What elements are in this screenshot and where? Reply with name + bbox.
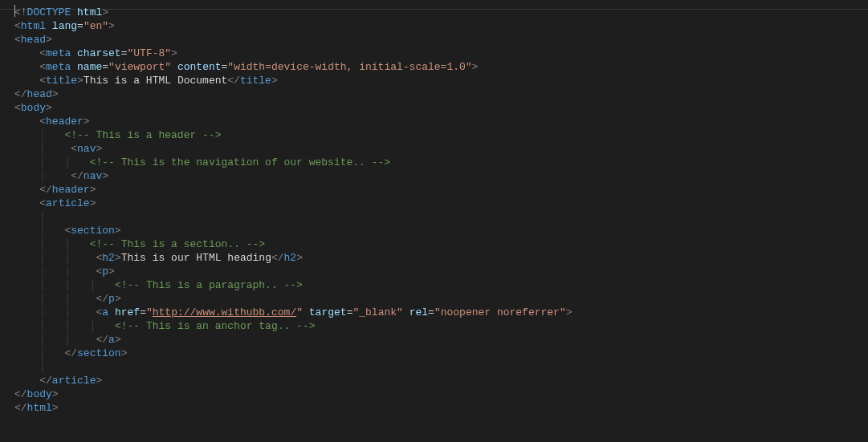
code-token: > [46,34,52,46]
code-token: > [52,402,59,414]
code-line[interactable]: │ │ <h2>This is our HTML heading</h2> [0,251,868,265]
code-token: > [108,266,115,278]
code-line[interactable]: <body> [0,101,868,115]
code-line[interactable]: │ [0,210,868,224]
code-token: > [90,184,96,196]
code-token: > [90,197,96,209]
code-token [403,306,410,318]
code-token: > [52,88,59,100]
url-link: http://www.withubb.com/ [153,306,296,318]
code-line[interactable]: │ </nav> [0,169,868,183]
code-token: DOCTYPE [27,6,71,18]
code-token: "UTF-8" [127,47,171,59]
code-token: target [309,306,347,318]
code-token: > [115,293,121,305]
code-line[interactable]: │ │ <p> [0,265,868,278]
code-token: head [27,88,52,100]
code-token: < [14,102,21,114]
code-line[interactable]: </html> [0,401,868,415]
code-token: = [140,306,146,318]
code-token: </ [271,252,284,264]
code-line[interactable]: │ </section> [0,347,868,360]
code-editor[interactable]: <!DOCTYPE html><html lang="en"><head> <m… [0,0,868,415]
code-token: article [52,375,96,387]
code-line[interactable]: <title>This is a HTML Document</title> [0,74,868,87]
code-line[interactable]: </header> [0,183,868,197]
code-line[interactable]: <html lang="en"> [0,19,868,33]
code-token: a [108,334,115,346]
code-token: > [77,75,84,87]
code-token: "width=device-width, initial-scale=1.0" [227,61,471,73]
code-line[interactable]: <meta charset="UTF-8"> [0,47,868,60]
code-token: a [102,306,108,318]
code-line[interactable]: │ <nav> [0,142,868,156]
code-line[interactable]: │ <section> [0,224,868,237]
code-token: p [102,266,108,278]
code-line[interactable]: </article> [0,374,868,387]
code-token: </ [96,334,108,346]
code-line[interactable]: <!DOCTYPE html> [0,5,868,19]
code-token: = [77,20,84,32]
code-token: < [39,61,46,73]
code-token: < [14,34,21,46]
code-token: name [77,61,102,73]
code-token: </ [39,184,52,196]
code-line[interactable]: │ <!-- This is a header --> [0,128,868,142]
code-line[interactable]: │ │ </p> [0,292,868,306]
code-token: h2 [102,252,115,264]
code-token: html [21,20,46,32]
code-line[interactable]: │ │ │ <!-- This is an anchor tag.. --> [0,319,868,333]
code-token: content [177,61,222,73]
code-line[interactable]: │ │ </a> [0,333,868,347]
code-token: h2 [284,252,297,264]
code-token [171,61,177,73]
code-token: title [46,75,77,87]
code-token: > [115,225,121,237]
code-token: </ [14,402,27,414]
code-token: < [71,143,77,155]
code-token: > [115,334,121,346]
code-token: <!-- This is a paragraph.. --> [115,279,303,291]
code-token: < [39,75,46,87]
code-token: header [52,184,90,196]
code-line[interactable]: <head> [0,33,868,47]
code-line[interactable]: │ │ <!-- This is the navigation of our w… [0,156,868,169]
code-line[interactable]: │ │ <a href="http://www.withubb.com/" ta… [0,306,868,319]
code-token: rel [410,306,428,318]
code-token: > [171,47,177,59]
code-line[interactable]: │ [0,360,868,374]
code-line[interactable]: │ │ │ <!-- This is a paragraph.. --> [0,278,868,292]
code-line[interactable]: </body> [0,387,868,401]
code-lines-container: <!DOCTYPE html><html lang="en"><head> <m… [0,5,868,415]
code-line[interactable]: <meta name="viewport" content="width=dev… [0,60,868,74]
code-token: This is our HTML heading [121,252,271,264]
code-line[interactable]: │ │ <!-- This is a section.. --> [0,237,868,251]
code-token: "en" [84,20,108,32]
code-token: "viewport" [108,61,171,73]
code-token: </ [64,347,77,359]
code-token [71,47,77,59]
code-token: > [296,252,303,264]
code-token: html [27,402,52,414]
code-token: > [96,143,102,155]
code-token: > [121,347,128,359]
code-token: </ [96,293,108,305]
code-token: section [71,225,115,237]
code-token: href [115,306,140,318]
code-line[interactable]: <header> [0,115,868,128]
code-line[interactable]: <article> [0,197,868,210]
code-line[interactable]: </head> [0,87,868,101]
code-token: article [46,197,90,209]
code-token: > [52,388,59,400]
code-token: " [296,306,303,318]
code-token [71,6,77,18]
code-token: < [39,47,46,59]
code-token: < [39,197,46,209]
code-token: charset [77,47,121,59]
code-token: "_blank" [352,306,402,318]
code-token: p [108,293,115,305]
code-token: <!-- This is a header --> [64,129,221,141]
code-token: title [240,75,271,87]
code-token: <! [14,6,27,18]
code-token: < [39,116,46,128]
